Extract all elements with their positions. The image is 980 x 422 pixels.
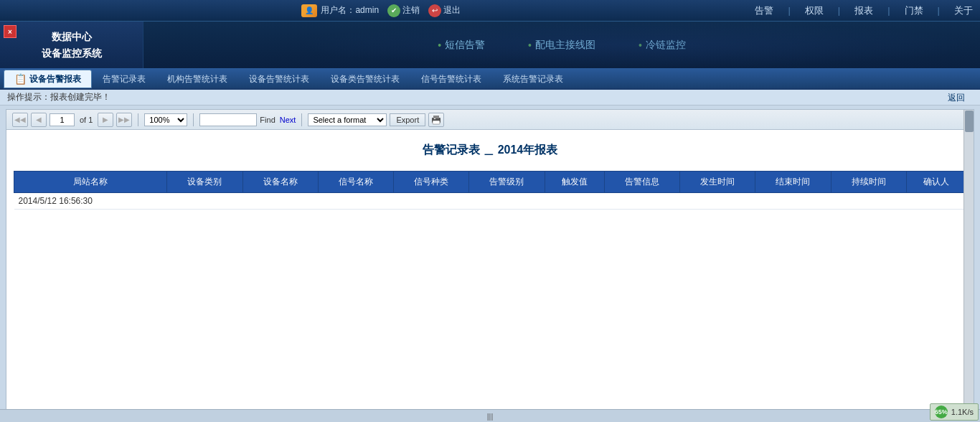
tab-alarm-log[interactable]: 告警记录表 [92,70,156,88]
report-toolbar: ◀◀ ◀ of 1 ▶ ▶▶ 100% 75% 50% 150% 200% Fi… [6,110,974,130]
cell-signal-type [394,193,469,210]
logout-btn[interactable]: ↩ 退出 [428,4,461,17]
col-header-device-type: 设备类别 [167,172,242,193]
network-speed: 1.1K/s [951,408,974,416]
top-nav: 告警 | 权限 | 报表 | 门禁 | 关于 [755,4,973,17]
col-header-duration: 持续时间 [831,172,906,193]
app-logo: × 数据中心 设备监控系统 [0,22,143,68]
toolbar-sep1 [138,113,138,126]
scrollbar-thumb [965,111,974,132]
report-table: 局站名称 设备类别 设备名称 信号名称 信号种类 告警级别 触发值 告警信息 发… [14,171,966,210]
right-scrollbar[interactable] [963,110,974,418]
report-title: 告警记录表 ＿ 2014年报表 [14,137,966,164]
cell-station: 2014/5/12 16:56:30 [14,193,167,210]
status-bar: ||| [0,409,980,422]
logout-icon: ↩ [428,4,441,17]
user-info: 👤 用户名：admin [301,4,379,17]
format-select[interactable]: Select a format Excel PDF Word CSV [308,113,387,126]
report-content: 告警记录表 ＿ 2014年报表 局站名称 设备类别 设备名称 信号名称 信号种类… [6,130,974,417]
app-logo-text: 数据中心 设备监控系统 [42,29,102,61]
col-header-device-name: 设备名称 [242,172,318,193]
col-header-confirm: 确认人 [906,172,966,193]
nav-alarm[interactable]: 告警 [755,4,773,17]
svg-rect-1 [433,116,439,118]
tab-sys-log[interactable]: 系统告警记录表 [492,70,574,88]
cell-duration [831,193,906,210]
cell-end-time [755,193,831,210]
prev-page-btn[interactable]: ◀ [31,113,47,127]
nav-menu: 短信告警 配电主接线图 冷链监控 [143,39,980,52]
return-btn[interactable]: 返回 [943,90,969,106]
svg-rect-3 [434,118,435,119]
find-input[interactable] [199,113,257,126]
page-of-label: of 1 [77,116,95,124]
cell-device-name [242,193,318,210]
col-header-end-time: 结束时间 [755,172,831,193]
table-header-row: 局站名称 设备类别 设备名称 信号名称 信号种类 告警级别 触发值 告警信息 发… [14,172,966,193]
nav-item-power[interactable]: 配电主接线图 [528,39,595,52]
nav-report[interactable]: 报表 [854,4,873,17]
cell-signal-name [318,193,393,210]
network-percent: 65% [935,405,948,418]
report-table-body: 2014/5/12 16:56:30 [14,193,966,210]
close-btn[interactable]: × [4,25,17,38]
first-page-btn[interactable]: ◀◀ [12,113,28,127]
status-text: ||| [487,412,494,421]
cell-device-type [167,193,242,210]
svg-rect-2 [433,121,440,124]
tab-icon-device-alarm: 📋 [14,73,27,85]
next-page-btn[interactable]: ▶ [98,113,113,127]
content-area: 操作提示：报表创建完毕！ 返回 ◀◀ ◀ of 1 ▶ ▶▶ 100% 75% … [0,90,980,422]
table-row: 2014/5/12 16:56:30 [14,193,966,210]
app-title-line1: 数据中心 [42,29,102,44]
nav-authority[interactable]: 权限 [805,4,824,17]
zoom-select[interactable]: 100% 75% 50% 150% 200% [144,113,187,126]
cell-confirm [906,193,966,210]
cell-alarm-info [604,193,679,210]
print-btn[interactable] [428,113,444,127]
tab-device-alarm[interactable]: 📋 设备告警报表 [4,70,92,88]
nav-about[interactable]: 关于 [954,4,973,17]
nav-item-sms[interactable]: 短信告警 [438,39,485,52]
tabs-bar: 📋 设备告警报表 告警记录表 机构告警统计表 设备告警统计表 设备类告警统计表 … [0,68,980,90]
toolbar-sep2 [193,113,194,126]
tab-device-type[interactable]: 设备类告警统计表 [320,70,410,88]
col-header-signal-name: 信号名称 [318,172,393,193]
report-viewer: ◀◀ ◀ of 1 ▶ ▶▶ 100% 75% 50% 150% 200% Fi… [6,109,974,418]
nav-item-cold[interactable]: 冷链监控 [639,39,686,52]
last-page-btn[interactable]: ▶▶ [116,113,132,127]
notice-bar: 操作提示：报表创建完毕！ 返回 [0,90,980,106]
cell-start-time [680,193,755,210]
page-number-input[interactable] [50,113,75,126]
cell-alarm-level [469,193,545,210]
tab-org-alarm[interactable]: 机构告警统计表 [156,70,238,88]
col-header-station: 局站名称 [14,172,167,193]
col-header-signal-type: 信号种类 [394,172,469,193]
user-icon: 👤 [301,4,317,17]
network-indicator: 65% 1.1K/s [930,403,979,421]
tab-signal-stat[interactable]: 信号告警统计表 [410,70,492,88]
notice-text: 操作提示：报表创建完毕！ [7,91,110,103]
toolbar-sep3 [301,113,302,126]
nav-door[interactable]: 门禁 [905,4,923,17]
register-icon: ✔ [387,4,400,17]
export-btn[interactable]: Export [390,113,425,126]
find-label: Find [260,116,275,124]
col-header-alarm-level: 告警级别 [469,172,545,193]
col-header-alarm-info: 告警信息 [604,172,679,193]
col-header-trigger: 触发值 [545,172,604,193]
register-btn[interactable]: ✔ 注销 [387,4,420,17]
user-label: 用户名：admin [321,4,379,17]
col-header-start-time: 发生时间 [680,172,755,193]
top-bar: 👤 用户名：admin ✔ 注销 ↩ 退出 告警 | 权限 | 报表 | 门禁 … [0,0,980,22]
next-find-btn[interactable]: Next [280,116,296,124]
tab-device-stat[interactable]: 设备告警统计表 [238,70,320,88]
print-icon [430,115,442,125]
app-title-line2: 设备监控系统 [42,45,102,61]
app-header: × 数据中心 设备监控系统 短信告警 配电主接线图 冷链监控 [0,22,980,68]
cell-trigger [545,193,604,210]
